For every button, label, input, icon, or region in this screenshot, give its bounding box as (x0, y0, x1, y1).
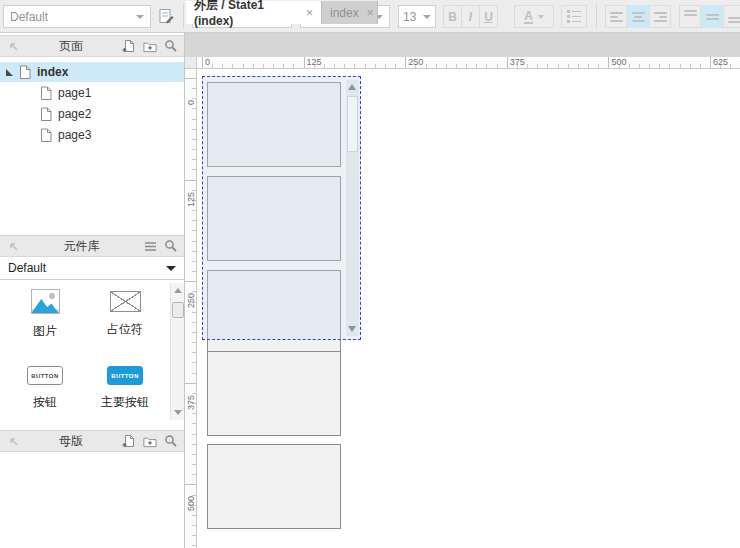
ruler-tick (202, 57, 203, 69)
align-top-icon (684, 10, 697, 23)
panel-scrollbar[interactable] (346, 80, 359, 336)
ruler-tick (185, 281, 197, 282)
align-middle-button[interactable] (701, 5, 723, 28)
canvas-placeholder-4[interactable] (207, 351, 341, 436)
collapse-corner-icon[interactable] (6, 239, 20, 253)
bullet-list-button[interactable] (561, 5, 587, 28)
design-canvas[interactable] (197, 69, 740, 548)
scrollbar-thumb[interactable] (347, 96, 358, 152)
tab-index[interactable]: index × (322, 1, 378, 24)
widget-item-primary-button[interactable]: BUTTON 主要按钮 (80, 366, 170, 411)
pages-panel-header: 页面 (0, 35, 184, 57)
menu-icon[interactable] (143, 239, 157, 253)
panel-placeholder-2[interactable] (207, 176, 341, 261)
page-icon (40, 86, 52, 100)
tab-label: 外层 / State1 (index) (194, 0, 298, 28)
underline-label: U (484, 10, 493, 24)
collapse-corner-icon[interactable] (6, 434, 20, 448)
ruler-tick (304, 57, 305, 69)
align-top-button[interactable] (679, 5, 701, 28)
sidebar-page-index[interactable]: index (0, 62, 184, 82)
tab-state1-index[interactable]: 外层 / State1 (index) × (186, 1, 322, 24)
widget-label: 主要按钮 (101, 394, 149, 411)
masters-panel-header: 母版 (0, 430, 184, 452)
italic-label: I (469, 10, 472, 24)
edit-style-button[interactable] (156, 5, 176, 28)
ruler-label: 500 (611, 57, 626, 67)
add-page-icon[interactable] (122, 434, 136, 448)
canvas-tab-bar (185, 33, 740, 57)
tree-expand-caret-icon[interactable] (6, 69, 13, 76)
add-page-icon[interactable] (122, 39, 136, 53)
ruler-label: 250 (408, 57, 423, 67)
bold-button[interactable]: B (443, 5, 462, 28)
ruler-tick (185, 180, 197, 181)
scroll-up-icon[interactable] (174, 288, 182, 293)
ruler-label: 125 (186, 183, 196, 207)
ruler-label: 250 (186, 284, 196, 308)
widget-library-panel-header: 元件库 (0, 235, 184, 257)
chevron-down-icon (166, 266, 176, 271)
close-icon[interactable]: × (306, 6, 313, 20)
ruler-vertical: 0125250375500 (185, 69, 197, 548)
align-left-button[interactable] (605, 5, 627, 28)
scroll-up-icon[interactable] (348, 84, 356, 90)
widget-item-placeholder[interactable]: 占位符 (80, 291, 170, 338)
page-icon (40, 128, 52, 142)
toolbar-separator (596, 4, 597, 29)
button-widget-icon: BUTTON (27, 366, 63, 385)
align-right-button[interactable] (649, 5, 671, 28)
page-icon (40, 107, 52, 121)
add-folder-icon[interactable] (143, 434, 157, 448)
scrollbar-thumb[interactable] (172, 302, 184, 318)
tab-label: index (330, 6, 359, 20)
align-center-button[interactable] (627, 5, 649, 28)
align-left-icon (610, 11, 623, 23)
widget-library-scrollbar[interactable] (170, 283, 184, 420)
font-size-dropdown[interactable]: 13 (398, 5, 436, 28)
bullet-list-icon (567, 10, 581, 23)
bold-label: B (448, 10, 457, 24)
widget-label: 占位符 (107, 321, 143, 338)
scroll-down-icon[interactable] (174, 410, 182, 415)
italic-button[interactable]: I (461, 5, 480, 28)
page-icon (19, 65, 31, 79)
ruler-tick (185, 78, 197, 79)
ruler-tick (608, 57, 609, 69)
align-right-icon (654, 11, 667, 23)
widget-style-dropdown[interactable]: Default (3, 5, 151, 28)
panel-placeholder-3[interactable] (207, 270, 341, 340)
search-icon[interactable] (164, 434, 178, 448)
pages-panel-title: 页面 (59, 38, 83, 55)
close-icon[interactable]: × (367, 6, 374, 20)
scroll-down-icon[interactable] (348, 326, 356, 332)
page-label: index (37, 65, 68, 79)
chevron-down-icon (136, 15, 144, 19)
chevron-down-icon (538, 15, 544, 19)
canvas-placeholder-5[interactable] (207, 444, 341, 529)
toolbar-separator (183, 4, 184, 29)
add-folder-icon[interactable] (143, 39, 157, 53)
align-middle-icon (706, 10, 719, 23)
ruler-label: 125 (307, 57, 322, 67)
underline-button[interactable]: U (479, 5, 498, 28)
collapse-corner-icon[interactable] (6, 39, 20, 53)
ruler-horizontal: 0125250375500625 (197, 57, 740, 69)
selected-dynamic-panel[interactable] (202, 76, 361, 340)
font-size-value: 13 (403, 10, 416, 24)
panel-placeholder-1[interactable] (207, 82, 341, 167)
search-icon[interactable] (164, 39, 178, 53)
align-center-icon (632, 11, 645, 23)
library-select-dropdown[interactable]: Default (0, 257, 184, 280)
widget-library-panel-title: 元件库 (64, 238, 100, 255)
ruler-tick (710, 57, 711, 69)
widget-label: 图片 (33, 323, 57, 340)
align-bottom-button[interactable] (723, 5, 740, 28)
ruler-tick (405, 57, 406, 69)
widget-item-button[interactable]: BUTTON 按钮 (0, 366, 90, 411)
image-widget-icon (31, 289, 60, 314)
font-color-button[interactable]: A (514, 5, 554, 28)
search-icon[interactable] (164, 239, 178, 253)
widget-item-image[interactable]: 图片 (0, 289, 90, 340)
ruler-label: 0 (205, 57, 210, 67)
